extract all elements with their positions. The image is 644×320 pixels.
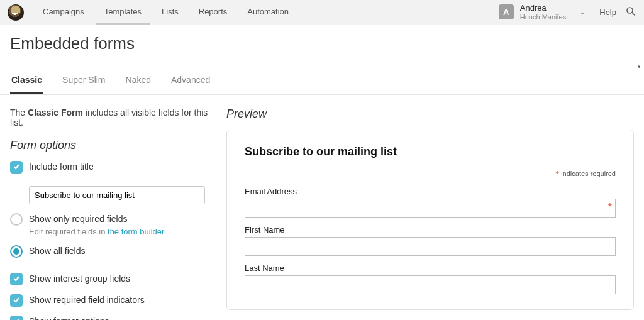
help-link[interactable]: Help	[599, 8, 616, 17]
account-menu[interactable]: A Andrea Hunch Manifest ⌄	[499, 4, 591, 20]
label-format-options: Show format options	[29, 316, 148, 320]
svg-line-1	[632, 13, 635, 16]
checkbox-required-indicators[interactable]	[10, 294, 23, 307]
nav-campaigns[interactable]: Campaigns	[34, 1, 93, 25]
search-icon[interactable]	[625, 6, 636, 19]
tab-naked[interactable]: Naked	[125, 69, 152, 94]
radio-show-all[interactable]	[10, 245, 23, 258]
preview-heading: Preview	[226, 108, 634, 121]
nav-templates[interactable]: Templates	[96, 1, 150, 25]
label-required-indicators: Show required field indicators	[29, 294, 145, 307]
tab-classic[interactable]: Classic	[10, 69, 43, 94]
asterisk-decoration: *	[638, 64, 640, 72]
avatar: A	[499, 4, 514, 19]
label-first-name: First Name	[245, 225, 616, 234]
asterisk-icon: *	[555, 168, 559, 179]
required-note: * indicates required	[245, 168, 616, 179]
input-last-name[interactable]	[245, 275, 616, 294]
form-title-input[interactable]	[29, 186, 205, 204]
page-title: Embedded forms	[0, 25, 644, 69]
brand-logo[interactable]	[8, 4, 24, 21]
tabs: Classic Super Slim Naked Advanced	[0, 69, 644, 95]
nav-automation[interactable]: Automation	[238, 1, 297, 25]
top-bar: Campaigns Templates Lists Reports Automa…	[0, 0, 644, 25]
form-options-heading: Form options	[10, 139, 211, 152]
tab-advanced[interactable]: Advanced	[170, 69, 211, 94]
nav-lists[interactable]: Lists	[153, 1, 187, 25]
checkbox-include-title[interactable]	[10, 161, 23, 174]
preview-box: Subscribe to our mailing list * indicate…	[226, 130, 634, 310]
svg-point-0	[627, 8, 633, 13]
label-interest-groups: Show interest group fields	[29, 273, 130, 285]
checkbox-interest-groups[interactable]	[10, 273, 23, 285]
label-email: Email Address	[245, 187, 616, 196]
chevron-down-icon: ⌄	[579, 8, 586, 16]
account-org: Hunch Manifest	[520, 13, 568, 21]
sub-only-required: Edit required fields in the form builder…	[29, 227, 166, 236]
input-first-name[interactable]	[245, 237, 616, 256]
main-nav: Campaigns Templates Lists Reports Automa…	[34, 1, 297, 25]
input-email[interactable]	[245, 199, 616, 218]
asterisk-icon: *	[608, 202, 612, 213]
nav-reports[interactable]: Reports	[190, 1, 236, 25]
form-description: The Classic Form includes all visible fi…	[10, 108, 211, 128]
account-name: Andrea	[520, 4, 568, 13]
label-include-title: Include form title	[29, 161, 94, 174]
tab-super-slim[interactable]: Super Slim	[61, 69, 106, 94]
label-show-all: Show all fields	[29, 245, 86, 258]
radio-only-required[interactable]	[10, 213, 23, 226]
label-only-required: Show only required fields	[29, 213, 166, 226]
link-form-builder[interactable]: the form builder	[108, 227, 164, 236]
label-last-name: Last Name	[245, 263, 616, 273]
checkbox-format-options[interactable]	[10, 316, 23, 320]
preview-title: Subscribe to our mailing list	[245, 145, 616, 158]
right-panel: Preview Subscribe to our mailing list * …	[226, 108, 634, 320]
left-panel: The Classic Form includes all visible fi…	[10, 108, 211, 320]
